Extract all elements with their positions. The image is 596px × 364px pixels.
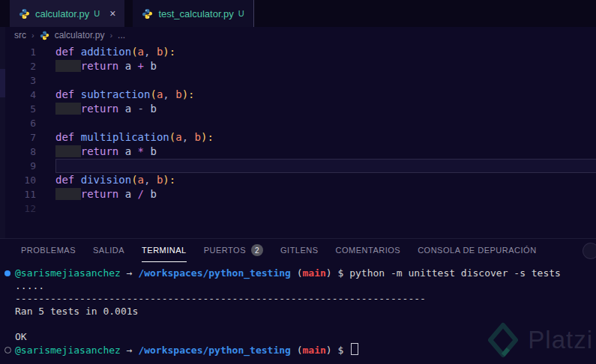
line-number: 5 <box>0 103 42 115</box>
code-line[interactable]: 3 <box>0 73 596 88</box>
breadcrumb-symbol[interactable]: ... <box>118 30 125 40</box>
code-text[interactable]: def addition(a, b): <box>42 45 596 59</box>
terminal-line <box>0 318 596 330</box>
breadcrumb-src[interactable]: src <box>14 30 26 40</box>
code-line[interactable]: 8 return a * b <box>0 145 596 159</box>
code-line[interactable]: 1def addition(a, b): <box>0 45 596 59</box>
indent-whitespace-highlight <box>55 145 81 157</box>
code-line[interactable]: 7def multiplication(a, b): <box>0 130 596 145</box>
code-editor[interactable]: 1def addition(a, b):2 return a + b34def … <box>0 43 596 240</box>
code-line[interactable]: 5 return a - b <box>0 102 596 116</box>
editor-lines: 1def addition(a, b):2 return a + b34def … <box>0 45 596 216</box>
code-text[interactable]: def division(a, b): <box>42 173 596 187</box>
terminal-line: ..... <box>0 279 596 292</box>
python-icon <box>40 31 49 40</box>
line-number: 6 <box>0 118 42 129</box>
tab-label: test_calculator.py <box>158 8 233 19</box>
terminal-line: OK <box>0 330 596 343</box>
terminal-line: @sarismejiasanchez → /workspaces/python_… <box>0 343 596 356</box>
ports-count-badge: 2 <box>251 244 263 256</box>
terminal-line: Ran 5 tests in 0.001s <box>0 305 596 318</box>
panel-tab-consola-de-depuraci-n[interactable]: CONSOLA DE DEPURACIÓN <box>418 239 536 262</box>
bottom-panel: PROBLEMASSALIDATERMINALPUERTOS2GITLENSCO… <box>0 238 596 364</box>
left-edge-strip-highlight <box>0 69 5 97</box>
panel-tab-salida[interactable]: SALIDA <box>93 239 124 262</box>
code-text[interactable] <box>42 201 596 216</box>
indent-whitespace-highlight <box>55 60 81 72</box>
tab-calculator-py[interactable]: calculator.py U × <box>10 0 124 27</box>
code-text[interactable]: return a + b <box>42 59 596 73</box>
panel-tab-label: SALIDA <box>93 246 124 255</box>
command-success-dot-icon[interactable] <box>4 270 10 276</box>
left-edge-strip <box>0 27 5 238</box>
python-icon <box>19 8 30 19</box>
floating-circle-button[interactable] <box>583 243 596 259</box>
panel-tab-puertos[interactable]: PUERTOS2 <box>204 239 263 262</box>
line-number: 7 <box>0 132 42 143</box>
panel-tab-label: TERMINAL <box>142 246 187 255</box>
code-text[interactable] <box>42 116 596 130</box>
code-line[interactable]: 12 <box>0 201 596 216</box>
git-status-untracked: U <box>94 9 100 18</box>
line-number: 8 <box>0 146 42 157</box>
terminal-output[interactable]: @sarismejiasanchez → /workspaces/python_… <box>0 262 596 356</box>
panel-tab-problemas[interactable]: PROBLEMAS <box>21 239 76 262</box>
chevron-right-icon: › <box>31 31 34 40</box>
panel-tab-label: COMENTARIOS <box>336 246 401 255</box>
git-status-untracked: U <box>238 9 244 18</box>
chevron-right-icon: › <box>109 31 112 40</box>
line-number: 9 <box>0 160 42 172</box>
editor-tab-bar: calculator.py U × test_calculator.py U <box>0 0 596 27</box>
code-line[interactable]: 4def subtraction(a, b): <box>0 88 596 102</box>
command-pending-circle-icon[interactable] <box>4 347 11 354</box>
close-icon[interactable]: × <box>109 8 115 19</box>
code-line[interactable]: 10def division(a, b): <box>0 173 596 187</box>
breadcrumb-file[interactable]: calculator.py <box>55 30 105 40</box>
panel-tab-comentarios[interactable]: COMENTARIOS <box>336 239 401 262</box>
python-icon <box>142 8 153 19</box>
panel-tab-bar: PROBLEMASSALIDATERMINALPUERTOS2GITLENSCO… <box>0 239 596 262</box>
code-line[interactable]: 2 return a + b <box>0 59 596 73</box>
code-text[interactable]: def multiplication(a, b): <box>42 130 596 145</box>
terminal-line: @sarismejiasanchez → /workspaces/python_… <box>0 267 596 279</box>
line-number: 2 <box>0 61 42 72</box>
code-text[interactable]: return a - b <box>42 102 596 116</box>
line-number: 1 <box>0 46 42 58</box>
code-text[interactable]: return a / b <box>42 187 596 201</box>
code-text[interactable] <box>42 73 596 88</box>
tab-label: calculator.py <box>35 8 89 19</box>
code-text[interactable] <box>55 159 596 173</box>
line-number: 3 <box>0 75 42 86</box>
indent-whitespace-highlight <box>55 188 81 200</box>
code-line[interactable]: 6 <box>0 116 596 130</box>
breadcrumb: src › calculator.py › ... <box>0 27 596 43</box>
panel-tab-label: CONSOLA DE DEPURACIÓN <box>418 246 536 255</box>
panel-tab-label: GITLENS <box>280 246 319 255</box>
line-number: 11 <box>0 189 42 200</box>
panel-tab-label: PROBLEMAS <box>21 246 76 255</box>
indent-whitespace-highlight <box>55 103 81 115</box>
panel-tab-terminal[interactable]: TERMINAL <box>142 239 187 262</box>
line-number: 4 <box>0 89 42 100</box>
tab-test-calculator-py[interactable]: test_calculator.py U <box>133 0 253 27</box>
line-number: 12 <box>0 203 42 214</box>
code-line[interactable]: 11 return a / b <box>0 187 596 201</box>
terminal-line: ----------------------------------------… <box>0 292 596 305</box>
code-line-current[interactable]: 9 <box>0 159 596 173</box>
code-text[interactable]: return a * b <box>42 145 596 159</box>
panel-tab-gitlens[interactable]: GITLENS <box>280 239 319 262</box>
terminal-cursor <box>351 343 358 355</box>
line-number: 10 <box>0 175 42 186</box>
panel-tab-label: PUERTOS <box>204 246 246 255</box>
code-text[interactable]: def subtraction(a, b): <box>42 88 596 102</box>
